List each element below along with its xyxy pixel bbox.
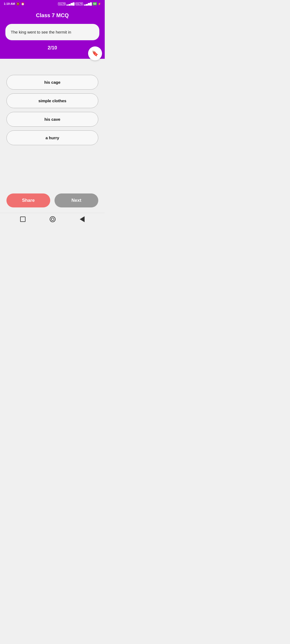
next-label: Next (71, 198, 81, 203)
option-4-label: a hurry (46, 136, 59, 140)
option-3-label: his cave (44, 117, 60, 122)
option-2-label: simple clothes (38, 98, 66, 103)
question-text: The king went to see the hermit in (11, 30, 71, 34)
option-2-button[interactable]: simple clothes (6, 93, 98, 108)
option-3-button[interactable]: his cave (6, 112, 98, 127)
progress-indicator: 2/10 (48, 45, 57, 51)
nav-square-icon[interactable] (20, 217, 26, 222)
share-label: Share (22, 198, 35, 203)
status-right: VoLTE ▂▄▆█ VoLTE ▂▄▆█ 53 ⚡ (58, 2, 101, 5)
option-1-label: his cage (44, 80, 60, 85)
share-button[interactable]: Share (6, 193, 50, 207)
page-title: Class 7 MCQ (36, 12, 69, 19)
bookmark-button[interactable]: 🔖 (88, 46, 102, 60)
battery-level: 53 (93, 2, 97, 5)
option-1-button[interactable]: his cage (6, 75, 98, 90)
options-section: his cage simple clothes his cave a hurry (0, 59, 105, 189)
volte-icon: VoLTE (58, 2, 66, 5)
question-box: The king went to see the hermit in (5, 24, 99, 40)
status-left: 1:19 AM 🔕 ⏰ (4, 2, 25, 6)
alarm-icon: ⏰ (21, 2, 25, 6)
bottom-actions: Share Next (0, 189, 105, 213)
signal-icon-1: ▂▄▆█ (66, 2, 74, 5)
nav-home-icon[interactable] (50, 216, 56, 222)
time-display: 1:19 AM (4, 2, 15, 5)
progress-row: 2/10 🔖 (5, 45, 99, 51)
bookmark-icon: 🔖 (92, 50, 99, 57)
header-section: Class 7 MCQ The king went to see the her… (0, 8, 105, 59)
mute-icon: 🔕 (16, 2, 20, 6)
nav-bar (0, 213, 105, 226)
next-button[interactable]: Next (55, 193, 98, 207)
charging-icon: ⚡ (98, 2, 101, 5)
status-bar: 1:19 AM 🔕 ⏰ VoLTE ▂▄▆█ VoLTE ▂▄▆█ 53 ⚡ (0, 0, 105, 8)
volte-icon-2: VoLTE (75, 2, 83, 5)
nav-back-icon[interactable] (80, 216, 85, 222)
signal-icon-2: ▂▄▆█ (84, 2, 92, 5)
spacer (6, 149, 98, 184)
option-4-button[interactable]: a hurry (6, 130, 98, 145)
